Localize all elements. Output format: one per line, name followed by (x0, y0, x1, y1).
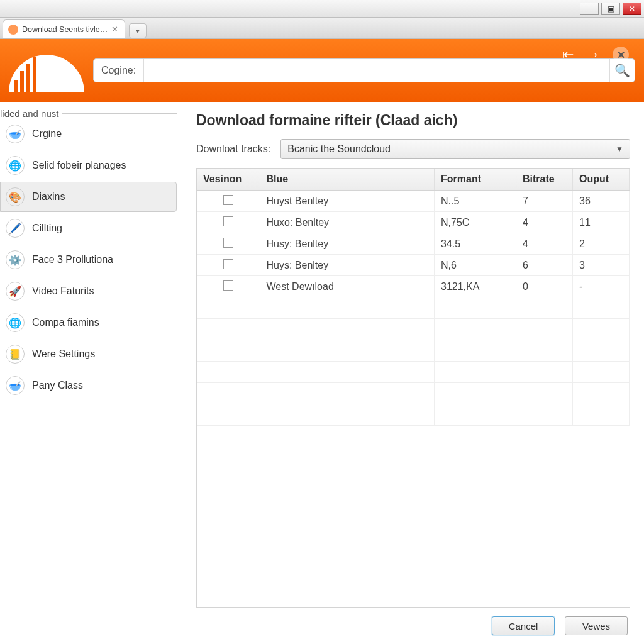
column-header[interactable]: Blue (260, 169, 435, 191)
sidebar-item-label: Crgine (32, 128, 62, 140)
sidebar-item-icon: 🥣 (6, 125, 25, 143)
table-row[interactable]: Huys: BenlteyN,663 (197, 255, 630, 276)
cell-blue: Husy: Benltey (260, 233, 435, 255)
cell-blue (260, 383, 435, 404)
tab-title: Download Seents tivle… (22, 25, 108, 34)
sidebar-item[interactable]: 🎨Diaxins (0, 182, 177, 212)
cell-bitrate (516, 404, 573, 426)
cell-bitrate: 0 (516, 276, 573, 297)
sidebar-item[interactable]: 🥣Crgine (0, 119, 177, 149)
cell-ouput: 36 (573, 191, 630, 212)
sidebar-item-icon: 🥣 (6, 376, 25, 395)
sidebar-item-label: Selid fobeir planages (32, 160, 126, 171)
row-checkbox[interactable] (223, 238, 233, 248)
row-checkbox[interactable] (223, 280, 233, 291)
table-row[interactable] (197, 383, 630, 404)
sidebar-item[interactable]: 🌐Selid fobeir planages (0, 150, 177, 180)
table-row[interactable] (197, 297, 630, 319)
sidebar-item[interactable]: ⚙️Face 3 Prollutiona (0, 245, 177, 275)
cell-blue: West Dewıload (260, 276, 435, 297)
sidebar-item-label: Compa fiamins (32, 317, 99, 328)
cell-ouput (573, 404, 630, 426)
cell-bitrate: 4 (516, 212, 573, 233)
search-prefix-label: Cogine: (94, 59, 144, 82)
main-panel: Download formaine rifteir (Claad aich) D… (182, 102, 644, 644)
column-header[interactable]: Vesinon (197, 169, 260, 191)
column-header[interactable]: Ouput (573, 169, 630, 191)
sidebar-item-label: Face 3 Prollutiona (32, 254, 113, 265)
cell-ouput (573, 362, 630, 383)
cancel-button[interactable]: Cancel (492, 616, 555, 635)
sidebar-item-label: Were Settings (32, 348, 95, 360)
window-minimize-button[interactable]: — (580, 3, 599, 15)
row-checkbox[interactable] (223, 195, 233, 205)
cell-blue (260, 404, 435, 426)
nav-forward-icon[interactable]: → (586, 47, 600, 63)
browser-tab[interactable]: Download Seents tivle… ✕ (3, 19, 125, 38)
sidebar-item[interactable]: 🚀Video Faturits (0, 276, 177, 306)
page-title: Download formaine rifteir (Claad aich) (196, 112, 630, 129)
search-icon: 🔍 (614, 63, 630, 78)
cell-blue (260, 319, 435, 340)
sidebar-item[interactable]: 📒Were Settings (0, 339, 177, 369)
sidebar-item-label: Diaxins (32, 191, 65, 203)
column-header[interactable]: Formant (435, 169, 516, 191)
cell-formant: N,6 (435, 255, 516, 276)
cell-bitrate (516, 362, 573, 383)
tracks-select[interactable]: Bcanic the Soundcloud ▼ (280, 139, 630, 159)
header-bar: Cogine: 🔍 ⇤ → ✕ (0, 39, 644, 102)
table-row[interactable] (197, 362, 630, 383)
cell-bitrate: 6 (516, 255, 573, 276)
cell-formant: 3121,KA (435, 276, 516, 297)
cell-bitrate (516, 340, 573, 362)
table-row[interactable] (197, 340, 630, 362)
sidebar-item[interactable]: 🌐Compa fiamins (0, 308, 177, 338)
table-row[interactable]: West Dewıload3121,KA0- (197, 276, 630, 297)
row-checkbox[interactable] (223, 216, 233, 226)
sidebar-item[interactable]: 🖊️Cillting (0, 213, 177, 243)
sidebar-item-icon: 🌐 (6, 313, 25, 332)
cell-blue: Huxo: Benltey (260, 212, 435, 233)
cell-blue (260, 297, 435, 319)
cell-blue: Huyst Benltey (260, 191, 435, 212)
cell-ouput: - (573, 276, 630, 297)
table-row[interactable]: Huxo: BenlteyN,75C411 (197, 212, 630, 233)
cell-formant: N..5 (435, 191, 516, 212)
table-row[interactable] (197, 404, 630, 426)
cell-ouput (573, 297, 630, 319)
search-input[interactable] (144, 59, 609, 82)
search-bar: Cogine: 🔍 (93, 58, 635, 82)
vewes-button[interactable]: Vewes (565, 616, 628, 635)
cell-bitrate: 7 (516, 191, 573, 212)
window-maximize-button[interactable]: ▣ (601, 3, 620, 15)
header-close-icon[interactable]: ✕ (613, 47, 629, 63)
cell-bitrate (516, 297, 573, 319)
cell-formant: 34.5 (435, 233, 516, 255)
new-tab-button[interactable]: ▾ (129, 23, 147, 38)
sidebar-item-icon: 🖊️ (6, 219, 25, 238)
cell-formant (435, 340, 516, 362)
cell-formant (435, 319, 516, 340)
table-row[interactable]: Huyst BenlteyN..5736 (197, 191, 630, 212)
cell-formant (435, 404, 516, 426)
cloud-logo-icon (9, 48, 84, 92)
nav-back-icon[interactable]: ⇤ (562, 47, 574, 63)
column-header[interactable]: Bitrate (516, 169, 573, 191)
sidebar-item[interactable]: 🥣Pany Class (0, 370, 177, 401)
table-row[interactable] (197, 319, 630, 340)
cell-formant (435, 383, 516, 404)
cell-blue (260, 340, 435, 362)
chevron-down-icon: ▼ (616, 145, 623, 153)
window-close-button[interactable]: ✕ (623, 3, 641, 15)
cell-ouput (573, 383, 630, 404)
sidebar-item-label: Video Faturits (32, 286, 94, 297)
tracks-label: Downloat tracks: (196, 143, 270, 155)
sidebar-item-icon: 🌐 (6, 156, 25, 175)
sidebar-item-label: Cillting (32, 223, 62, 234)
table-row[interactable]: Husy: Benltey34.542 (197, 233, 630, 255)
tab-close-icon[interactable]: ✕ (111, 25, 118, 34)
tracks-table: VesinonBlueFormantBitrateOuput Huyst Ben… (196, 168, 630, 608)
row-checkbox[interactable] (223, 259, 233, 269)
sidebar-item-label: Pany Class (32, 380, 83, 391)
cell-ouput: 3 (573, 255, 630, 276)
